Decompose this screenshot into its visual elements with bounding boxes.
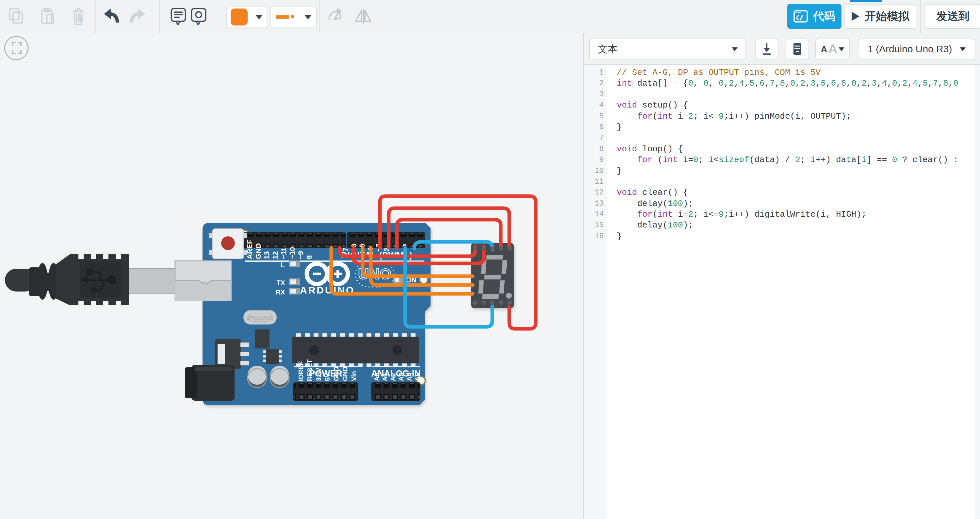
font-size-dropdown[interactable]: A A: [815, 38, 850, 59]
undo-icon: [102, 7, 120, 25]
copy-button[interactable]: [7, 7, 25, 25]
board-select-value: 1 (Arduino Uno R3): [868, 43, 952, 54]
svg-text:~10: ~10: [288, 247, 296, 259]
barrel-jack: [185, 365, 235, 401]
color-swatch: [231, 8, 248, 25]
code-panel-header: 文本 A A 1 (Arduino Uno R3): [584, 33, 980, 65]
notes-button[interactable]: [169, 7, 188, 25]
paste-icon: [38, 7, 57, 25]
download-icon: [761, 43, 773, 56]
code-editor[interactable]: 1 // Set A-G, DP as OUTPUT pins, COM is …: [584, 65, 980, 519]
mirror-flip-button[interactable]: [354, 7, 372, 25]
toolbar-separator: [159, 0, 160, 33]
rotate-button[interactable]: [327, 7, 345, 25]
svg-text:12: 12: [271, 252, 279, 259]
redo-button[interactable]: [129, 7, 147, 25]
code-line: 14 for(int i=2; i<=9;i++) digitalWrite(i…: [584, 209, 980, 220]
libraries-button[interactable]: [786, 38, 809, 59]
line-number: 15: [584, 220, 608, 231]
toolbar-separator: [320, 0, 320, 33]
redo-icon: [129, 7, 147, 25]
line-number: 2: [584, 78, 608, 89]
arduino-uno-board[interactable]: AREF GND 13 12 ~11 ~10 ~9 8 7 ~6 ~5 4 ~3…: [175, 223, 431, 405]
reset-button[interactable]: [209, 229, 247, 259]
svg-text:GND: GND: [332, 367, 340, 381]
code-line: 9 for (int i=0; i<sizeof(data) / 2; i++)…: [584, 154, 980, 166]
code-scrollbar[interactable]: [975, 65, 980, 519]
view-visibility-button[interactable]: [189, 7, 208, 25]
capacitor: [270, 366, 289, 388]
code-panel: 文本 A A 1 (Arduino Uno R3): [584, 0, 980, 519]
chevron-down-icon: [838, 48, 845, 51]
code-line: 12 void clear() {: [584, 187, 980, 198]
delete-button[interactable]: [69, 7, 88, 25]
code-mode-select[interactable]: 文本: [589, 38, 746, 59]
chevron-down-icon: [732, 48, 738, 51]
code-line: 13 delay(100);: [584, 198, 980, 209]
line-number: 3: [584, 89, 608, 100]
circuit-canvas[interactable]: AREF GND 13 12 ~11 ~10 ~9 8 7 ~6 ~5 4 ~3…: [0, 0, 584, 519]
code-text: for(int i=2; i<=9;i++) digitalWrite(i, H…: [608, 209, 867, 220]
zoom-to-fit-button[interactable]: [5, 36, 28, 60]
play-icon: [852, 12, 859, 21]
svg-text:A0: A0: [373, 373, 380, 381]
toolbar-separator: [920, 0, 921, 33]
analog-header[interactable]: [372, 383, 420, 400]
code-text: delay(100);: [608, 220, 693, 231]
code-mode-value: 文本: [598, 43, 617, 56]
line-number: 12: [584, 187, 608, 198]
line-number: 1: [584, 67, 608, 78]
download-code-button[interactable]: [755, 38, 778, 59]
wire-style-dropdown[interactable]: [270, 6, 317, 28]
send-button-label: 发送到: [936, 9, 970, 24]
start-simulation-button[interactable]: 开始模拟: [845, 4, 916, 29]
svg-text:A4: A4: [406, 373, 413, 381]
svg-text:GND: GND: [254, 243, 262, 259]
top-toolbar: 代码 开始模拟 发送到: [0, 0, 980, 33]
code-text: }: [608, 166, 622, 177]
svg-text:A5: A5: [414, 373, 421, 381]
line-number: 14: [584, 209, 608, 220]
reset-button-cap[interactable]: [221, 236, 235, 250]
line-number: 6: [584, 122, 608, 133]
code-line: 7: [584, 133, 980, 143]
code-line: 10 }: [584, 166, 980, 177]
font-letter-light: A: [829, 42, 837, 56]
board-select[interactable]: 1 (Arduino Uno R3): [858, 38, 975, 59]
crystal-oscillator: SPK16.000G: [244, 310, 276, 324]
send-to-button[interactable]: 发送到: [925, 4, 980, 29]
wire-style-swatch: [276, 14, 295, 20]
svg-text:A3: A3: [398, 373, 405, 381]
usb-cable[interactable]: [5, 254, 183, 306]
code-line: 8 void loop() {: [584, 144, 980, 154]
simulate-button-label: 开始模拟: [865, 9, 909, 24]
code-text: delay(100);: [608, 198, 693, 209]
color-dropdown[interactable]: [226, 6, 267, 28]
code-line: 15 delay(100);: [584, 220, 980, 231]
undo-button[interactable]: [102, 7, 120, 25]
svg-text:IOREF: IOREF: [297, 361, 304, 381]
toolbar-separator: [95, 0, 96, 33]
power-header[interactable]: [294, 383, 358, 400]
code-text: [608, 89, 617, 100]
note-bubble-icon: [169, 7, 188, 25]
line-number: 16: [584, 231, 608, 242]
component-chip-small: [255, 330, 269, 349]
code-lines: 1 // Set A-G, DP as OUTPUT pins, COM is …: [584, 67, 980, 242]
line-number: 4: [584, 100, 608, 111]
line-number: 9: [584, 154, 608, 166]
code-line: 2 int data[] = {0, 0, 0,2,4,5,6,7,8,0,2,…: [584, 78, 980, 89]
code-text: for (int i=0; i<sizeof(data) / 2; i++) d…: [608, 154, 958, 166]
copy-icon: [7, 7, 25, 25]
usb-socket: [175, 261, 231, 301]
paste-button[interactable]: [38, 7, 57, 25]
line-number: 5: [584, 111, 608, 122]
line-number: 10: [584, 166, 608, 177]
code-panel-toggle-button[interactable]: 代码: [787, 4, 842, 29]
svg-text:~9: ~9: [297, 251, 305, 259]
svg-text:GND: GND: [341, 367, 348, 381]
code-line: 3: [584, 89, 980, 100]
seven-segment-display[interactable]: [471, 243, 514, 308]
code-button-label: 代码: [813, 9, 835, 24]
code-text: void setup() {: [608, 100, 688, 111]
